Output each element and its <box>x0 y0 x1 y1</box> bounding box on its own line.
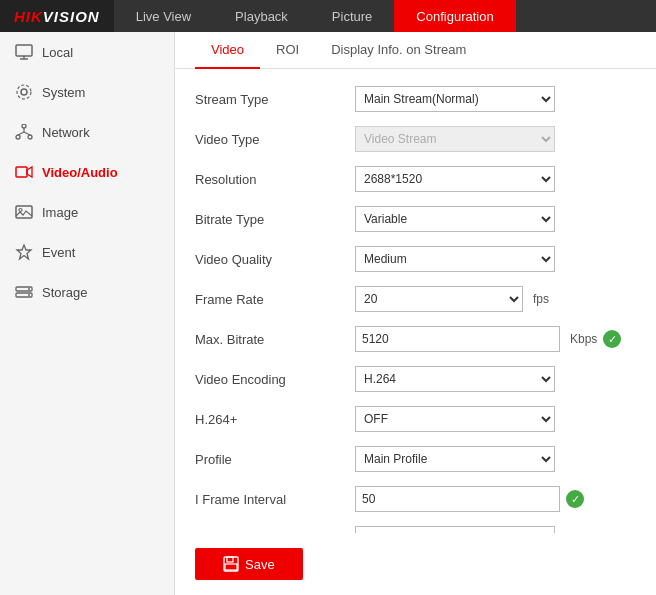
network-icon <box>14 122 34 142</box>
video-icon <box>14 162 34 182</box>
event-icon <box>14 242 34 262</box>
sidebar-label-image: Image <box>42 205 78 220</box>
svg-rect-11 <box>16 167 27 177</box>
max-bitrate-input[interactable] <box>355 326 560 352</box>
resolution-control: 2688*1520 1920*1080 1280*720 <box>355 166 555 192</box>
h264plus-select[interactable]: OFF ON <box>355 406 555 432</box>
svg-point-4 <box>17 85 31 99</box>
frame-rate-select[interactable]: 20 25 15 10 <box>355 286 523 312</box>
form-area: Stream Type Main Stream(Normal) Sub Stre… <box>175 69 656 533</box>
profile-control: Main Profile High Profile Basic Profile <box>355 446 555 472</box>
logo-white: VISION <box>43 8 100 25</box>
save-button[interactable]: Save <box>195 548 303 580</box>
svc-control: ON OFF <box>355 526 555 533</box>
sidebar: Local System Network Video/Audio Image <box>0 32 175 595</box>
svc-select[interactable]: ON OFF <box>355 526 555 533</box>
logo-red: HIK <box>14 8 43 25</box>
svg-point-17 <box>28 294 30 296</box>
sub-tabs: Video ROI Display Info. on Stream <box>175 32 656 69</box>
sidebar-item-local[interactable]: Local <box>0 32 174 72</box>
image-icon <box>14 202 34 222</box>
svg-point-7 <box>28 135 32 139</box>
nav-items: Live View Playback Picture Configuration <box>114 0 656 32</box>
iframe-interval-label: I Frame Interval <box>195 492 355 507</box>
frame-rate-control: 20 25 15 10 fps <box>355 286 549 312</box>
stream-type-row: Stream Type Main Stream(Normal) Sub Stre… <box>195 84 636 114</box>
svg-rect-12 <box>16 206 32 218</box>
svg-rect-20 <box>225 564 237 570</box>
max-bitrate-row: Max. Bitrate Kbps ✓ <box>195 324 636 354</box>
sidebar-label-network: Network <box>42 125 90 140</box>
sidebar-item-storage[interactable]: Storage <box>0 272 174 312</box>
monitor-icon <box>14 42 34 62</box>
fps-unit: fps <box>533 292 549 306</box>
frame-rate-label: Frame Rate <box>195 292 355 307</box>
max-bitrate-valid-icon: ✓ <box>603 330 621 348</box>
video-encoding-row: Video Encoding H.264 H.265 MJPEG <box>195 364 636 394</box>
bitrate-type-control: Variable Constant <box>355 206 555 232</box>
svg-point-6 <box>16 135 20 139</box>
resolution-row: Resolution 2688*1520 1920*1080 1280*720 <box>195 164 636 194</box>
tab-video[interactable]: Video <box>195 32 260 69</box>
nav-live-view[interactable]: Live View <box>114 0 213 32</box>
nav-playback[interactable]: Playback <box>213 0 310 32</box>
svg-line-10 <box>24 132 30 135</box>
bitrate-type-label: Bitrate Type <box>195 212 355 227</box>
main-layout: Local System Network Video/Audio Image <box>0 32 656 595</box>
sidebar-item-event[interactable]: Event <box>0 232 174 272</box>
profile-select[interactable]: Main Profile High Profile Basic Profile <box>355 446 555 472</box>
stream-type-select[interactable]: Main Stream(Normal) Sub Stream Third Str… <box>355 86 555 112</box>
svg-point-3 <box>21 89 27 95</box>
frame-rate-row: Frame Rate 20 25 15 10 fps <box>195 284 636 314</box>
content-area: Video ROI Display Info. on Stream Stream… <box>175 32 656 595</box>
resolution-select[interactable]: 2688*1520 1920*1080 1280*720 <box>355 166 555 192</box>
svg-point-16 <box>28 288 30 290</box>
logo: HIKVISION <box>0 0 114 32</box>
iframe-interval-control: ✓ <box>355 486 584 512</box>
video-encoding-control: H.264 H.265 MJPEG <box>355 366 555 392</box>
video-encoding-select[interactable]: H.264 H.265 MJPEG <box>355 366 555 392</box>
bitrate-type-row: Bitrate Type Variable Constant <box>195 204 636 234</box>
kbps-unit: Kbps <box>570 332 597 346</box>
sidebar-label-system: System <box>42 85 85 100</box>
system-icon <box>14 82 34 102</box>
svg-point-13 <box>19 209 22 212</box>
iframe-valid-icon: ✓ <box>566 490 584 508</box>
profile-label: Profile <box>195 452 355 467</box>
video-type-select[interactable]: Video Stream <box>355 126 555 152</box>
svc-row: SVC ON OFF <box>195 524 636 533</box>
sidebar-item-video-audio[interactable]: Video/Audio <box>0 152 174 192</box>
video-encoding-label: Video Encoding <box>195 372 355 387</box>
h264plus-label: H.264+ <box>195 412 355 427</box>
sidebar-label-storage: Storage <box>42 285 88 300</box>
video-type-row: Video Type Video Stream <box>195 124 636 154</box>
profile-row: Profile Main Profile High Profile Basic … <box>195 444 636 474</box>
save-label: Save <box>245 557 275 572</box>
stream-type-control: Main Stream(Normal) Sub Stream Third Str… <box>355 86 555 112</box>
h264plus-row: H.264+ OFF ON <box>195 404 636 434</box>
svg-line-9 <box>18 132 24 135</box>
tab-display-info[interactable]: Display Info. on Stream <box>315 32 482 69</box>
video-quality-select[interactable]: Low Medium Low Medium Medium High High H… <box>355 246 555 272</box>
iframe-interval-row: I Frame Interval ✓ <box>195 484 636 514</box>
video-quality-control: Low Medium Low Medium Medium High High H… <box>355 246 555 272</box>
max-bitrate-control: Kbps ✓ <box>355 326 621 352</box>
nav-picture[interactable]: Picture <box>310 0 394 32</box>
tab-roi[interactable]: ROI <box>260 32 315 69</box>
sidebar-item-system[interactable]: System <box>0 72 174 112</box>
sidebar-item-image[interactable]: Image <box>0 192 174 232</box>
iframe-interval-input[interactable] <box>355 486 560 512</box>
nav-configuration[interactable]: Configuration <box>394 0 515 32</box>
svg-point-5 <box>22 124 26 128</box>
h264plus-control: OFF ON <box>355 406 555 432</box>
sidebar-item-network[interactable]: Network <box>0 112 174 152</box>
stream-type-label: Stream Type <box>195 92 355 107</box>
resolution-label: Resolution <box>195 172 355 187</box>
max-bitrate-label: Max. Bitrate <box>195 332 355 347</box>
video-quality-row: Video Quality Low Medium Low Medium Medi… <box>195 244 636 274</box>
sidebar-label-video-audio: Video/Audio <box>42 165 118 180</box>
sidebar-label-local: Local <box>42 45 73 60</box>
save-area: Save <box>175 533 656 595</box>
bitrate-type-select[interactable]: Variable Constant <box>355 206 555 232</box>
top-navigation: HIKVISION Live View Playback Picture Con… <box>0 0 656 32</box>
